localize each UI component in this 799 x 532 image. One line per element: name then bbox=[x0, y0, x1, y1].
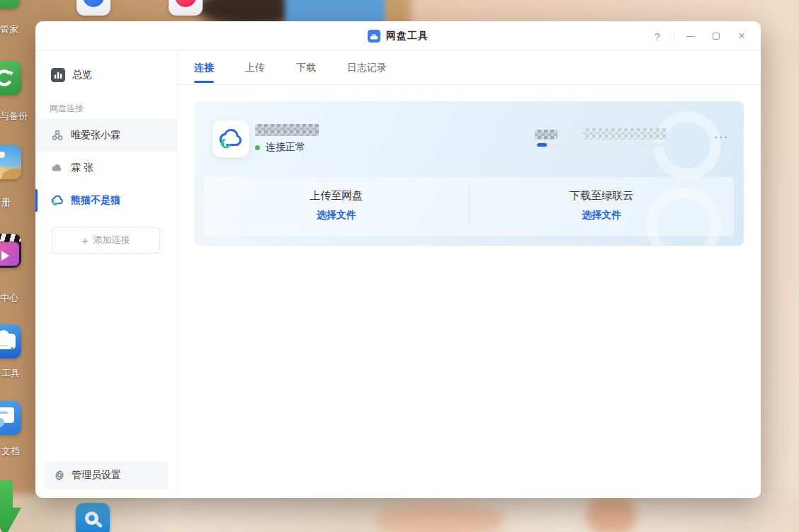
sidebar-item-label: 熊猫不是猫 bbox=[71, 194, 120, 207]
action-panel: 上传至网盘 选择文件 下载至绿联云 选择文件 bbox=[204, 177, 734, 236]
storage-progress-bar bbox=[537, 143, 664, 147]
minimize-button[interactable] bbox=[681, 27, 700, 45]
desktop-icon-security-manager[interactable] bbox=[0, 0, 20, 9]
desktop-icon-video-center[interactable] bbox=[0, 234, 21, 268]
admin-settings-button[interactable]: 管理员设置 bbox=[44, 461, 168, 489]
minimize-icon bbox=[686, 36, 695, 37]
color-cloud-icon bbox=[51, 194, 64, 207]
masked-account-name bbox=[255, 124, 319, 136]
blue-circle-icon bbox=[83, 0, 104, 7]
sun-icon bbox=[0, 152, 5, 158]
window-title: 网盘工具 bbox=[386, 30, 429, 43]
connection-logo bbox=[212, 120, 249, 157]
desktop-icon-search-app[interactable] bbox=[76, 503, 110, 532]
sync-arrows-icon bbox=[0, 67, 15, 89]
desktop-icon-sync-backup[interactable] bbox=[0, 61, 21, 95]
play-icon bbox=[1, 251, 9, 261]
cloud-icon bbox=[51, 162, 64, 174]
sidebar-item-label: 霖 张 bbox=[71, 162, 94, 174]
sidebar-connection-item-active[interactable]: 熊猫不是猫 bbox=[35, 184, 176, 217]
upload-title: 上传至网盘 bbox=[310, 189, 363, 203]
close-button[interactable]: × bbox=[732, 27, 751, 45]
wallpaper-patch bbox=[375, 504, 503, 532]
desktop-icon-photo-album[interactable] bbox=[0, 145, 21, 179]
app-icon bbox=[368, 30, 380, 43]
desktop-icon-cloud-docs[interactable] bbox=[0, 401, 21, 435]
desktop-icon-label: 文档 bbox=[1, 445, 20, 458]
clapper-strip bbox=[0, 234, 21, 242]
desktop-icon-top-red[interactable] bbox=[169, 0, 203, 16]
share-nodes-icon bbox=[51, 129, 64, 142]
controls-divider bbox=[674, 31, 674, 41]
storage-progress-fill bbox=[537, 143, 547, 147]
title-bar[interactable]: 网盘工具 ? × bbox=[35, 21, 761, 51]
sidebar-connection-item[interactable]: 霖 张 bbox=[35, 152, 176, 184]
connection-card: 连接正常 ··· 上传至网盘 选择文件 bbox=[194, 101, 744, 246]
wallpaper-patch bbox=[586, 496, 636, 532]
plus-icon: + bbox=[82, 234, 89, 247]
masked-storage-detail bbox=[583, 128, 667, 140]
tab-content: 连接正常 ··· 上传至网盘 选择文件 bbox=[177, 85, 761, 498]
download-area: 下载至绿联云 选择文件 bbox=[470, 177, 735, 236]
tab-upload[interactable]: 上传 bbox=[245, 51, 265, 85]
desktop-icon-label: 管家 bbox=[0, 23, 18, 36]
window-controls: ? × bbox=[648, 21, 751, 51]
download-title: 下载至绿联云 bbox=[570, 189, 633, 203]
color-cloud-logo-icon bbox=[218, 126, 244, 152]
red-circle-icon bbox=[175, 0, 196, 7]
add-connection-label: 添加连接 bbox=[93, 234, 130, 247]
more-menu-button[interactable]: ··· bbox=[711, 131, 732, 147]
drive-icon bbox=[0, 334, 16, 349]
help-button[interactable]: ? bbox=[648, 27, 667, 45]
upload-select-file-link[interactable]: 选择文件 bbox=[317, 209, 356, 222]
sidebar-section-label: 网盘连接 bbox=[50, 103, 176, 115]
tab-logs[interactable]: 日志记录 bbox=[347, 51, 387, 85]
sidebar: 总览 网盘连接 唯爱张小霖 霖 张 bbox=[35, 51, 177, 498]
gear-icon bbox=[54, 470, 65, 481]
admin-settings-label: 管理员设置 bbox=[72, 469, 121, 482]
title-group: 网盘工具 bbox=[368, 30, 429, 43]
add-connection-button[interactable]: + 添加连接 bbox=[52, 227, 160, 254]
tab-bar: 连接 上传 下载 日志记录 bbox=[177, 51, 761, 85]
status-row: 连接正常 bbox=[255, 141, 305, 154]
sidebar-connection-item[interactable]: 唯爱张小霖 bbox=[35, 119, 176, 152]
sidebar-item-label: 唯爱张小霖 bbox=[71, 129, 120, 142]
document-line bbox=[0, 412, 8, 414]
maximize-button[interactable] bbox=[707, 27, 725, 45]
upload-area: 上传至网盘 选择文件 bbox=[204, 177, 469, 236]
app-window: 网盘工具 ? × 总览 网盘连接 bbox=[35, 21, 761, 498]
desktop-icon-label: 工具 bbox=[1, 367, 20, 380]
desktop-icon-label: 与备份 bbox=[0, 110, 28, 123]
desktop-icon-label: 册 bbox=[1, 196, 11, 209]
desktop-icon-netdisk-tool[interactable] bbox=[0, 324, 21, 358]
magnifier-handle bbox=[96, 521, 103, 528]
desktop-icon-top-blue[interactable] bbox=[76, 0, 110, 16]
sidebar-item-overview[interactable]: 总览 bbox=[35, 60, 176, 90]
status-dot-icon bbox=[255, 145, 260, 150]
sidebar-item-label: 总览 bbox=[72, 69, 92, 81]
main-area: 连接 上传 下载 日志记录 bbox=[177, 51, 761, 498]
tab-connect[interactable]: 连接 bbox=[194, 51, 214, 85]
sidebar-spacer bbox=[35, 254, 176, 461]
masked-storage-used bbox=[535, 130, 557, 140]
maximize-icon bbox=[713, 33, 720, 40]
drive-led bbox=[11, 347, 13, 350]
overview-chart-icon bbox=[51, 68, 65, 82]
tab-download[interactable]: 下载 bbox=[296, 51, 316, 85]
download-select-file-link[interactable]: 选择文件 bbox=[582, 209, 621, 222]
desktop-icon-label: 中心 bbox=[0, 292, 18, 305]
status-label: 连接正常 bbox=[266, 141, 305, 154]
